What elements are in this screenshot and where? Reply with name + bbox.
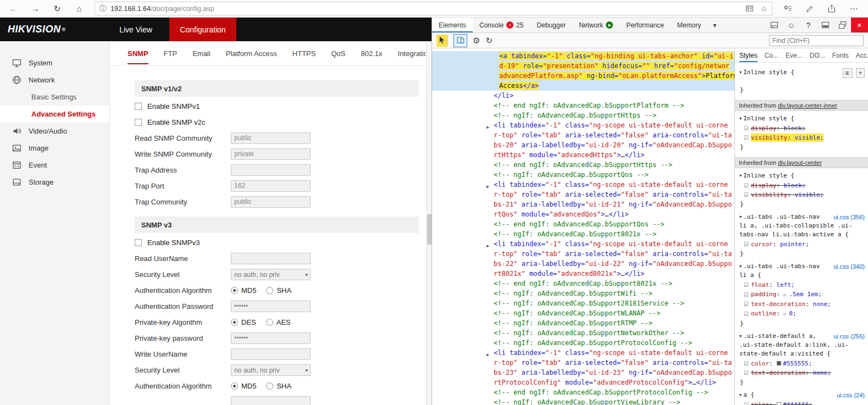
dom-tree-node[interactable]: <!-- ngIf: oAdvancedCap.bSupportRTMP --> bbox=[432, 318, 734, 328]
dom-tree-node[interactable]: bs-22" aria-labelledby="ui-id-22" ng-if=… bbox=[432, 259, 734, 269]
dom-tree-node[interactable]: rt8021x" module="advanced8021x">…</li> bbox=[432, 269, 734, 279]
stylesheet-link[interactable]: ui.css (255) bbox=[833, 332, 865, 341]
nav-tab-configuration[interactable]: Configuration bbox=[169, 18, 236, 41]
css-property[interactable]: ☑display: block; bbox=[735, 181, 868, 190]
property-checkbox[interactable]: ☑ bbox=[744, 281, 749, 289]
dom-tree-node[interactable]: rtQos" module="advancedQos">…</li> bbox=[432, 209, 734, 219]
dom-tree-node[interactable]: <!-- ngIf: oAdvancedCap.bSupportHttps --… bbox=[432, 110, 734, 120]
feedback-smiley-icon[interactable]: ☺ bbox=[783, 18, 800, 32]
property-checkbox[interactable]: ☑ bbox=[744, 359, 749, 368]
more-icon[interactable]: ⋯ bbox=[843, 0, 865, 17]
trap-address-input[interactable] bbox=[231, 164, 311, 176]
sidebar-item-basic-settings[interactable]: Basic Settings bbox=[0, 88, 109, 106]
refresh-icon[interactable]: ↻ bbox=[46, 0, 68, 17]
sidebar-item-advanced-settings[interactable]: Advanced Settings bbox=[0, 106, 109, 123]
authentication-algorithm-radio-md5[interactable]: MD5 bbox=[231, 382, 256, 390]
dom-tree-node[interactable]: <!-- ngIf: oAdvancedCap.bSupport28181Ser… bbox=[432, 298, 734, 308]
dom-tree-node[interactable]: <!-- ngIf: oAdvancedCap.bSupportNetworkO… bbox=[432, 328, 734, 338]
reading-view-icon[interactable] bbox=[745, 4, 754, 13]
devtools-tab-network[interactable]: Network▶ bbox=[572, 18, 620, 32]
authentication-algorithm-radio-sha[interactable]: SHA bbox=[266, 382, 291, 390]
find-input[interactable] bbox=[769, 35, 864, 46]
css-property[interactable]: ☑display: block; bbox=[735, 124, 868, 133]
sidebar-item-system[interactable]: System bbox=[0, 54, 109, 71]
dom-tree-node[interactable]: ▶<li tabindex="-1" class="ng-scope ui-st… bbox=[432, 180, 734, 190]
tab-802-1x[interactable]: 802.1x bbox=[361, 49, 382, 63]
read-username-input[interactable] bbox=[231, 253, 311, 264]
close-devtools-icon[interactable]: × bbox=[851, 18, 868, 32]
help-icon[interactable]: ? bbox=[800, 18, 817, 32]
dom-tree-node[interactable]: advancedPlatform.asp" ng-bind="oLan.plat… bbox=[432, 71, 734, 81]
rule-expand-icon[interactable]: ▼ bbox=[739, 116, 742, 121]
private-key-algorithm-radio-aes[interactable]: AES bbox=[266, 318, 291, 326]
console-drawer-icon[interactable] bbox=[766, 18, 783, 32]
rule-expand-icon[interactable]: ▼ bbox=[739, 174, 742, 178]
property-checkbox[interactable]: ☑ bbox=[744, 291, 749, 299]
dom-tree-node[interactable]: rtHttps" module="advancedHttps">…</li> bbox=[432, 150, 734, 160]
sidebar-item-event[interactable]: Event bbox=[0, 157, 109, 174]
dom-tree-node[interactable]: <!-- ngIf: oAdvancedCap.bSupport8021x --… bbox=[432, 229, 734, 239]
css-property[interactable]: ☑float: left; bbox=[735, 280, 868, 290]
property-checkbox[interactable]: ☑ bbox=[744, 300, 749, 308]
dom-tree-node[interactable]: r-top" role="tab" aria-selected="false" … bbox=[432, 249, 734, 259]
dom-tree-node[interactable]: ▶<li tabindex="-1" class="ng-scope ui-st… bbox=[432, 348, 734, 358]
web-note-icon[interactable] bbox=[799, 0, 821, 17]
devtools-tab-console[interactable]: Console×25 bbox=[473, 18, 530, 32]
css-property[interactable]: ☑text-decoration: none; bbox=[735, 299, 868, 309]
dom-tree-node[interactable]: <!-- end ngIf: oAdvancedCap.bSupportHttp… bbox=[432, 160, 734, 170]
enable-snmp-v2c-checkbox[interactable] bbox=[135, 119, 142, 126]
styles-tab-do[interactable]: DO... bbox=[810, 48, 825, 62]
new-rule-button[interactable]: + bbox=[856, 68, 865, 78]
page-scrollbar[interactable] bbox=[426, 41, 432, 405]
devtools-tab-elements[interactable]: Elements bbox=[432, 18, 473, 32]
dom-tree-node[interactable]: ▶<li tabindex="-1" class="ng-scope ui-st… bbox=[432, 239, 734, 249]
tab-ftp[interactable]: FTP bbox=[164, 49, 178, 63]
authentication-password-input[interactable]: •••••• bbox=[231, 301, 311, 312]
sidebar-item-storage[interactable]: Storage bbox=[0, 174, 109, 191]
css-property[interactable]: ☑visibility: visible; bbox=[735, 133, 868, 142]
nav-tab-live-view[interactable]: Live View bbox=[102, 18, 169, 41]
rule-expand-icon[interactable]: ▼ bbox=[739, 393, 742, 397]
inspect-element-button[interactable] bbox=[436, 35, 448, 47]
dom-tree-node[interactable]: </li> bbox=[432, 91, 734, 101]
address-bar[interactable]: ⓘ 192.168.1.64/doc/page/config.asp ☆ bbox=[95, 2, 772, 15]
dom-tree-node[interactable]: bs-23" aria-labelledby="ui-id-23" ng-if=… bbox=[432, 368, 734, 378]
rule-expand-icon[interactable]: ▼ bbox=[739, 264, 742, 269]
css-property[interactable]: ☑color: #555555; bbox=[735, 359, 868, 368]
dom-tree-node[interactable]: <!-- ngIf: oAdvancedCap.bSupportWLANAP -… bbox=[432, 308, 734, 318]
styles-tab-styles[interactable]: Styles bbox=[739, 48, 758, 62]
property-checkbox[interactable]: ☑ bbox=[744, 401, 749, 405]
trap-community-input[interactable]: public bbox=[231, 196, 311, 208]
property-checkbox[interactable]: ☑ bbox=[744, 124, 749, 132]
undock-icon[interactable] bbox=[834, 18, 851, 32]
write-username-input[interactable] bbox=[231, 348, 311, 360]
property-checkbox[interactable]: ☑ bbox=[744, 240, 749, 248]
dom-tree-node[interactable]: ▶<li tabindex="-1" class="ng-scope ui-st… bbox=[432, 120, 734, 130]
page-info-icon[interactable]: ⓘ bbox=[99, 4, 107, 14]
css-property[interactable]: ☑padding: ▷ .5em 1em; bbox=[735, 290, 868, 299]
rule-expand-icon[interactable]: ▼ bbox=[739, 215, 742, 219]
property-checkbox[interactable]: ☑ bbox=[744, 181, 749, 190]
dom-tree-node[interactable]: bs-20" aria-labelledby="ui-id-20" ng-if=… bbox=[432, 140, 734, 150]
field-input[interactable] bbox=[231, 396, 311, 405]
dom-tree-node[interactable]: <a tabindex="-1" class="ng-binding ui-ta… bbox=[432, 51, 734, 61]
private-key-algorithm-radio-des[interactable]: DES bbox=[231, 318, 256, 326]
home-icon[interactable]: ⌂ bbox=[68, 0, 90, 17]
read-snmp-community-input[interactable]: public bbox=[231, 132, 311, 144]
sidebar-item-image[interactable]: Image bbox=[0, 140, 109, 157]
css-property[interactable]: ☑text-decoration: none; bbox=[735, 368, 868, 378]
settings-gear-icon[interactable]: ⚙ bbox=[473, 36, 480, 46]
property-checkbox[interactable]: ☑ bbox=[744, 191, 749, 199]
devtools-tab-debugger[interactable]: Debugger bbox=[530, 18, 572, 32]
device-emulation-button[interactable] bbox=[454, 34, 467, 47]
devtools-tab-performance[interactable]: Performance bbox=[620, 18, 671, 32]
stylesheet-link[interactable]: ui.css (356) bbox=[833, 213, 865, 221]
css-property[interactable]: ☑outline: ▷ 0; bbox=[735, 309, 868, 319]
hub-icon[interactable] bbox=[777, 0, 799, 17]
sidebar-item-video-audio[interactable]: Video/Audio bbox=[0, 123, 109, 140]
enable-snmpv3-checkbox[interactable] bbox=[135, 239, 142, 246]
tab-platform-access[interactable]: Platform Access bbox=[226, 49, 277, 63]
dom-tree-node[interactable]: <!-- end ngIf: oAdvancedCap.bSupportPlat… bbox=[432, 101, 734, 110]
sidebar-item-network[interactable]: Network bbox=[0, 71, 109, 88]
tab-qos[interactable]: QoS bbox=[331, 49, 345, 63]
